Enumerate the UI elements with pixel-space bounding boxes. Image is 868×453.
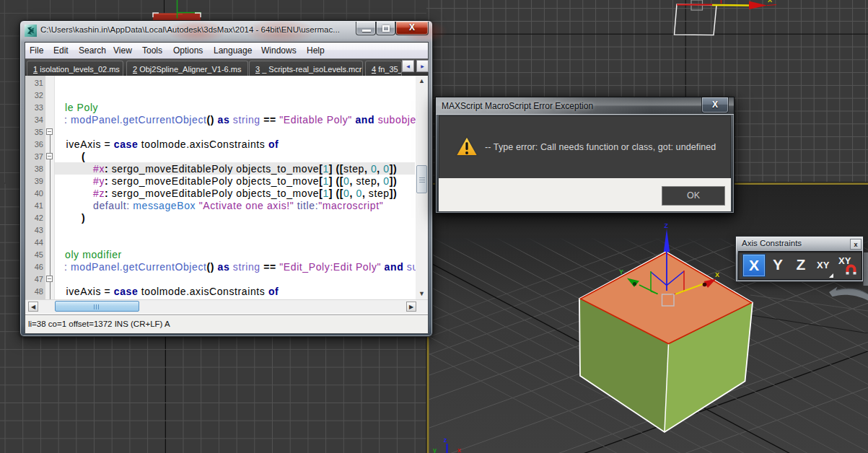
svg-text:y: y: [433, 447, 437, 453]
svg-text:X: X: [715, 271, 719, 278]
svg-text:x: x: [457, 447, 461, 453]
svg-text:Y: Y: [619, 268, 623, 276]
svg-text:Z: Z: [665, 222, 669, 229]
svg-text:z: z: [444, 436, 447, 444]
svg-text:X: X: [768, 0, 772, 4]
